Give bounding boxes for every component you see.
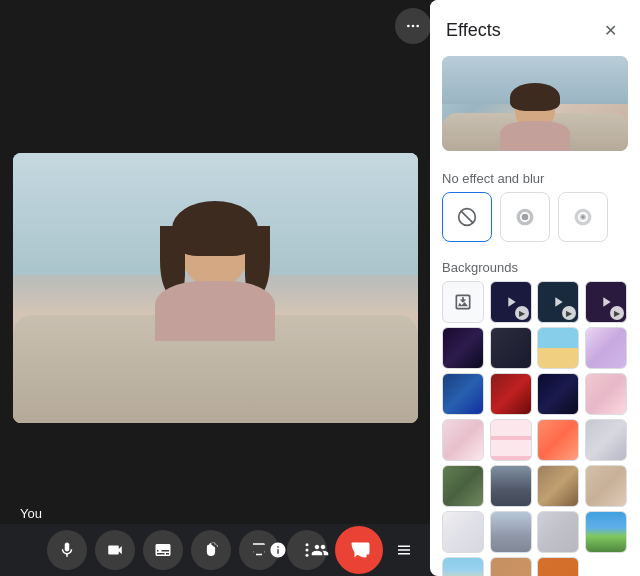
bg-tile-coral-flowers[interactable]: [537, 419, 579, 461]
bg-tile-fireworks[interactable]: [537, 373, 579, 415]
three-dots-button[interactable]: [395, 8, 431, 44]
main-video-area: You 12:32: [0, 0, 430, 576]
bg-tile-tropical[interactable]: [585, 511, 627, 553]
svg-point-8: [522, 214, 529, 221]
bg-tile-nature[interactable]: [442, 465, 484, 507]
bg-tile-purple-sky[interactable]: [585, 327, 627, 369]
bg-tile-flowers[interactable]: [585, 373, 627, 415]
chat-button[interactable]: [344, 532, 380, 568]
mic-button[interactable]: [47, 530, 87, 570]
bg-tile-mountains[interactable]: [442, 557, 484, 576]
video-feed: [13, 153, 418, 423]
no-effect-option[interactable]: [442, 192, 492, 242]
animated-bg-tile-3[interactable]: ▶: [585, 281, 627, 323]
effects-panel: Effects ✕ No effect and blur: [430, 0, 640, 576]
full-blur-option[interactable]: [558, 192, 608, 242]
bg-tile-beach[interactable]: [537, 327, 579, 369]
animated-bg-tile-2[interactable]: ▶: [537, 281, 579, 323]
preview-image: [442, 56, 628, 151]
people-button[interactable]: [302, 532, 338, 568]
camera-button[interactable]: [95, 530, 135, 570]
backgrounds-grid: ▶ ▶ ▶: [430, 281, 640, 576]
bg-tile-office[interactable]: [490, 511, 532, 553]
effects-title: Effects: [446, 20, 501, 41]
you-label: You: [20, 506, 42, 521]
right-toolbar: [260, 532, 422, 568]
video-person: [13, 153, 418, 423]
svg-point-4: [412, 25, 415, 28]
meeting-info-button[interactable]: [260, 532, 296, 568]
activities-button[interactable]: [386, 532, 422, 568]
bg-tile-text-bg[interactable]: [442, 511, 484, 553]
svg-line-7: [461, 211, 473, 223]
bg-tile-pink-grid[interactable]: [490, 419, 532, 461]
animated-bg-tile-1[interactable]: ▶: [490, 281, 532, 323]
bg-tile-gray-studio[interactable]: [537, 511, 579, 553]
close-button[interactable]: ✕: [596, 16, 624, 44]
backgrounds-label: Backgrounds: [430, 252, 640, 281]
person-hair: [172, 201, 258, 256]
preview-body: [500, 121, 570, 151]
svg-point-9: [581, 215, 584, 218]
bg-tile-cherry[interactable]: [442, 419, 484, 461]
bg-tile-bookshelf[interactable]: [537, 465, 579, 507]
slight-blur-option[interactable]: [500, 192, 550, 242]
bg-tile-red-bokeh[interactable]: [490, 373, 532, 415]
bg-tile-blue-bokeh[interactable]: [442, 373, 484, 415]
person-body: [155, 281, 275, 341]
bg-tile-dark-party[interactable]: [442, 327, 484, 369]
raise-hand-button[interactable]: [191, 530, 231, 570]
bg-tile-city[interactable]: [490, 465, 532, 507]
bg-tile-living[interactable]: [585, 465, 627, 507]
no-effect-grid: [430, 192, 640, 252]
bg-tile-dark-solid[interactable]: [490, 327, 532, 369]
bg-tile-gray-cubes[interactable]: [585, 419, 627, 461]
svg-point-5: [416, 25, 419, 28]
person-head: [180, 206, 250, 286]
captions-button[interactable]: [143, 530, 183, 570]
upload-background-tile[interactable]: [442, 281, 484, 323]
no-effect-label: No effect and blur: [430, 163, 640, 192]
preview-hair: [510, 83, 560, 111]
preview-container: [442, 56, 628, 151]
bg-tile-wood[interactable]: [490, 557, 532, 576]
person-silhouette: [125, 176, 305, 356]
svg-point-3: [407, 25, 410, 28]
effects-header: Effects ✕: [430, 0, 640, 56]
bg-tile-autumn[interactable]: [537, 557, 579, 576]
